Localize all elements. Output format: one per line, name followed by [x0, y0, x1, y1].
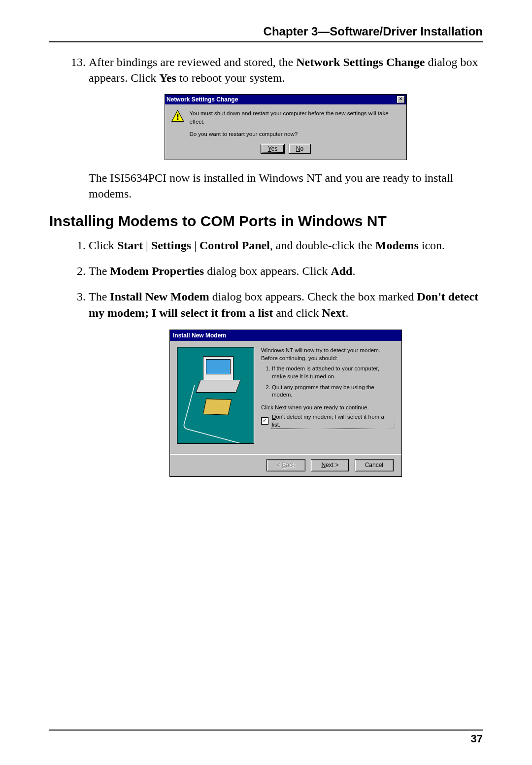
t: es [271, 145, 278, 152]
dialog-titlebar: Install New Modem [170, 330, 401, 341]
t: ack [286, 462, 296, 468]
back-button: < Back [266, 459, 305, 471]
t: . [345, 306, 348, 319]
t: | [143, 239, 151, 252]
t: dialog box appears. Check the box marked [209, 290, 417, 303]
wizard-continue-text: Click Next when you are ready to continu… [261, 404, 395, 412]
step-3: The Install New Modem dialog box appears… [89, 289, 483, 476]
t: Y [268, 145, 271, 152]
dialog-title: Network Settings Change [166, 96, 238, 103]
t: After bindings are reviewed and stored, … [89, 56, 296, 68]
t: B [282, 462, 286, 468]
wizard-li2: Quit any programs that may be using the … [272, 384, 395, 399]
no-button[interactable]: No [289, 144, 311, 154]
t: | [191, 239, 200, 252]
footer-rule [49, 730, 483, 731]
dialog-titlebar: Network Settings Change × [165, 95, 406, 104]
t: Network Settings Change [296, 56, 425, 68]
t: Start [117, 239, 143, 252]
t: icon. [419, 239, 445, 252]
cancel-button[interactable]: Cancel [355, 459, 394, 471]
svg-rect-2 [177, 118, 178, 120]
chapter-header: Chapter 3—Software/Driver Installation [49, 25, 483, 42]
t: < [277, 462, 282, 468]
dialog-line2: Do you want to restart your computer now… [189, 130, 400, 138]
yes-button[interactable]: Yes [261, 144, 285, 154]
t: Settings [151, 239, 191, 252]
t: Install New Modem [110, 290, 209, 303]
t: dialog box appears. Click [204, 265, 331, 277]
close-icon[interactable]: × [397, 96, 405, 103]
next-button[interactable]: Next > [311, 459, 349, 471]
dialog-message: You must shut down and restart your comp… [189, 109, 400, 139]
t: Add [331, 265, 352, 277]
t: The [89, 290, 110, 303]
install-new-modem-dialog: Install New Modem Windows NT will now tr… [169, 330, 402, 476]
t: Yes [159, 71, 176, 84]
t: o [300, 145, 303, 152]
network-settings-change-dialog: Network Settings Change × You must shut … [165, 94, 407, 160]
dialog-line1: You must shut down and restart your comp… [189, 109, 400, 127]
t: ext > [326, 462, 338, 468]
warning-icon [171, 109, 184, 123]
t: Modems [375, 239, 419, 252]
t: on't detect my modem; I will select it f… [272, 414, 384, 428]
svg-rect-1 [177, 114, 178, 118]
t: The [89, 265, 110, 277]
wizard-intro: Windows NT will now try to detect your m… [261, 347, 395, 362]
t: and click [273, 306, 322, 319]
step13-text: After bindings are reviewed and stored, … [89, 56, 478, 84]
wizard-li1: If the modem is attached to your compute… [272, 365, 395, 380]
t: Click [89, 239, 117, 252]
t: . [352, 265, 355, 277]
t: Control Panel [200, 239, 270, 252]
step-13: After bindings are reviewed and stored, … [89, 54, 483, 202]
wizard-art-icon [177, 347, 254, 444]
page-number: 37 [471, 732, 483, 745]
t: N [321, 462, 326, 468]
after-step-13-text: The ISI5634PCI now is installed in Windo… [89, 170, 483, 202]
t: Modem Properties [110, 265, 204, 277]
step-2: The Modem Properties dialog box appears.… [89, 263, 483, 279]
t: to reboot your system. [176, 71, 285, 84]
dont-detect-label[interactable]: Don't detect my modem; I will select it … [271, 413, 395, 429]
t: , and double-click the [270, 239, 375, 252]
t: Next [322, 306, 345, 319]
section-heading: Installing Modems to COM Ports in Window… [49, 213, 483, 230]
dont-detect-checkbox[interactable]: ✓ [261, 417, 268, 425]
step-1: Click Start | Settings | Control Panel, … [89, 237, 483, 253]
